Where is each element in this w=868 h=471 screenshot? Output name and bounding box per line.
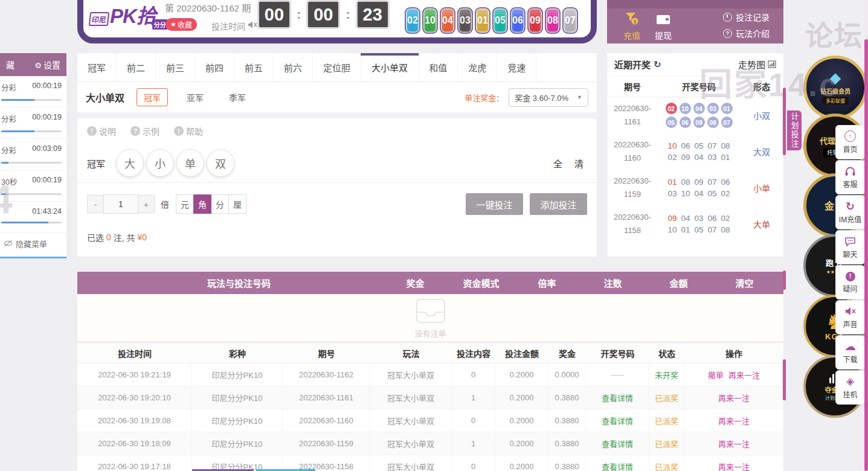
status-badge: 已派奖: [649, 432, 684, 455]
tab-jingsu[interactable]: 竞速: [497, 53, 536, 82]
result-ball: 07: [721, 117, 733, 128]
question-button[interactable]: 疑问: [835, 265, 865, 300]
result-ball: 05: [666, 117, 677, 128]
sidebar-favorites-label[interactable]: 藏: [6, 59, 14, 71]
tab-qian4[interactable]: 前四: [195, 53, 234, 82]
explain-link[interactable]: !说明: [87, 125, 116, 137]
result-ball: 01: [721, 103, 733, 114]
add-bet-button[interactable]: 添加投注: [530, 193, 587, 215]
customer-service-button[interactable]: 客服: [835, 160, 865, 194]
tab-qian3[interactable]: 前三: [156, 53, 195, 82]
status-badge: 已派奖: [649, 455, 684, 471]
diamond-member-badge[interactable]: ◆ 钻石级会员 多彩联盟: [803, 56, 867, 120]
position-third-button[interactable]: 季军: [222, 89, 252, 106]
sound-button[interactable]: 声音: [835, 300, 865, 335]
option-big[interactable]: 大: [116, 149, 144, 177]
lottery-ball: 08: [545, 7, 561, 34]
scroll-thumb[interactable]: [783, 88, 786, 155]
tab-guanjun[interactable]: 冠军: [77, 53, 117, 82]
tab-dingweidan[interactable]: 定位胆: [313, 53, 361, 82]
multiplier-input[interactable]: [103, 194, 138, 214]
option-small[interactable]: 小: [146, 149, 174, 177]
lottery-list-item[interactable]: 分彩00:03:09: [0, 139, 66, 170]
clear-button[interactable]: 清: [574, 157, 583, 170]
position-champion-button[interactable]: 冠军: [137, 88, 168, 106]
rebet-link[interactable]: 再来一注: [718, 461, 750, 471]
option-odd[interactable]: 单: [176, 149, 204, 177]
select-all-button[interactable]: 全: [553, 157, 562, 170]
lottery-header-card: 印尼 PK拾 分分 第 20220630-1162 期 收藏 投注时间 00 0…: [77, 0, 597, 43]
lottery-sidebar: 藏 ⚙设置 分彩00:00:19 分彩00:00:19 分彩00:03:09 3…: [0, 53, 66, 258]
sidebar-header: 藏 ⚙设置: [0, 53, 66, 76]
lottery-countdown: 00:00:19: [32, 82, 62, 93]
lottery-ball: 02: [405, 7, 420, 34]
hide-menu-button[interactable]: 隐藏菜单: [0, 233, 66, 254]
lottery-list-item[interactable]: 01:43:24: [0, 202, 66, 233]
position-runnerup-button[interactable]: 亚军: [180, 89, 210, 106]
cancel-bet-link[interactable]: 撤单: [708, 369, 724, 380]
lottery-list-item[interactable]: 分彩00:00:19: [0, 107, 66, 139]
countdown-progress: [1, 162, 62, 164]
table-row: 2022-06-30 19:17:18 印尼分分PK10 20220630-11…: [77, 455, 783, 471]
trend-chart-link[interactable]: 走势图: [738, 58, 776, 71]
mute-icon[interactable]: [248, 21, 257, 31]
sidebar-settings[interactable]: ⚙设置: [34, 59, 60, 71]
result-ball: 02: [666, 103, 677, 114]
result-detail-link[interactable]: 查看详情: [586, 432, 649, 455]
tab-qian2[interactable]: 前二: [117, 53, 156, 82]
colon: [346, 7, 350, 22]
tab-hezhi[interactable]: 和值: [419, 53, 458, 82]
lottery-list-item[interactable]: 分彩00:00:19: [0, 76, 66, 107]
rebet-link[interactable]: 再来一注: [718, 392, 750, 403]
chat-button[interactable]: 聊天: [835, 230, 865, 264]
clock-icon: [723, 13, 732, 22]
page-scrollbar-thumb[interactable]: [864, 39, 868, 471]
recharge-button[interactable]: $ 充值: [616, 12, 648, 41]
lottery-countdown: 00:03:09: [32, 144, 62, 156]
result-detail-link[interactable]: 查看详情: [586, 386, 649, 409]
latest-draw-balls: 02 10 04 03 01 05 06 09 08 07: [405, 7, 578, 34]
download-button[interactable]: 下载: [835, 335, 865, 370]
plan-bet-tab[interactable]: 计划投注: [787, 111, 802, 150]
logo-region-label: 印尼: [89, 12, 109, 26]
play-intro-link[interactable]: 玩法介绍: [723, 27, 770, 39]
multiplier-plus-button[interactable]: +: [138, 195, 155, 213]
selection-summary: 已选 0 注, 共 ¥0: [77, 225, 597, 249]
scroll-thumb[interactable]: [783, 271, 786, 290]
rebet-link[interactable]: 再来一注: [718, 415, 750, 426]
tab-qian6[interactable]: 前六: [274, 53, 313, 82]
favorite-badge[interactable]: 收藏: [166, 18, 197, 31]
unit-fen[interactable]: 分: [211, 194, 229, 214]
lottery-list-item[interactable]: 30秒00:00:19: [0, 170, 66, 202]
home-button[interactable]: 首页: [835, 125, 865, 159]
multiplier-minus-button[interactable]: -: [87, 195, 104, 213]
colon: [297, 7, 301, 22]
result-row: 20220630-1160 1006050708 0209040301 大双: [607, 133, 783, 170]
example-link[interactable]: ?示例: [130, 125, 159, 137]
result-detail-link[interactable]: 查看详情: [586, 455, 649, 471]
bet-records-link[interactable]: 投注记录: [723, 11, 770, 23]
quick-bet-button[interactable]: 一键投注: [466, 193, 523, 215]
unit-jiao[interactable]: 角: [193, 194, 211, 214]
withdraw-button[interactable]: 提现: [647, 12, 680, 41]
result-detail-link[interactable]: -----: [586, 364, 649, 386]
headset-icon: [844, 166, 856, 177]
prize-select[interactable]: 奖金 3.60-7.0%: [509, 88, 588, 107]
unit-li[interactable]: 厘: [228, 194, 246, 214]
tab-longhu[interactable]: 龙虎: [458, 53, 497, 82]
unit-yuan[interactable]: 元: [176, 194, 194, 214]
rebet-link[interactable]: 再来一注: [718, 438, 750, 449]
rebet-link[interactable]: 再来一注: [728, 369, 760, 380]
floating-menu: 首页 客服 IM充值 聊天 疑问 声音: [835, 125, 865, 405]
refresh-icon[interactable]: [654, 59, 661, 70]
result-detail-link[interactable]: 查看详情: [586, 409, 649, 432]
countdown-progress: [1, 130, 62, 132]
tab-qian5[interactable]: 前五: [234, 53, 274, 82]
bet-slip-empty-state: 没有注单: [77, 294, 783, 341]
tab-daxiaodanshuang[interactable]: 大小单双: [361, 53, 419, 82]
im-recharge-button[interactable]: IM充值: [835, 195, 865, 229]
help-link[interactable]: !帮助: [174, 125, 203, 137]
hangup-button[interactable]: 挂机: [835, 370, 865, 405]
scroll-thumb[interactable]: [783, 359, 786, 400]
option-even[interactable]: 双: [207, 149, 234, 177]
